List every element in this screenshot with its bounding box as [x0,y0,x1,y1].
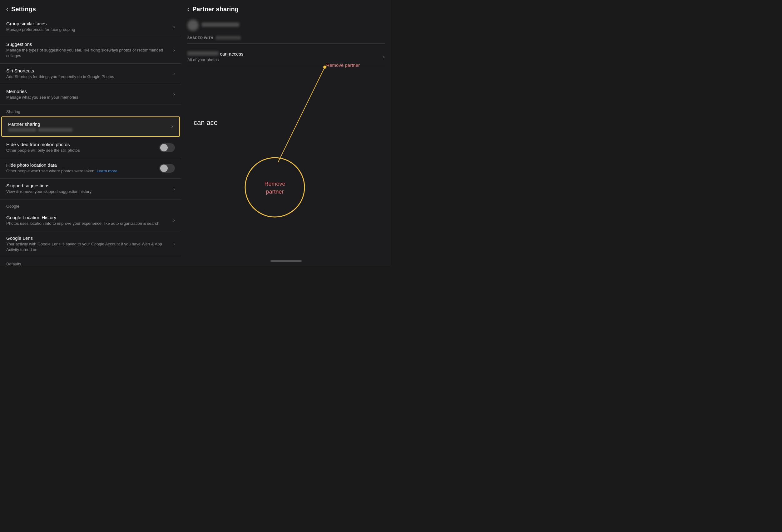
settings-item-partner-sharing[interactable]: Partner sharing › [1,116,180,137]
partner-profile-row [187,20,385,31]
home-indicator [271,260,302,262]
hide-location-toggle-knob [160,164,168,172]
partner-sharing-content: SHARED WITH can access All of your photo… [181,16,391,69]
learn-more-link[interactable]: Learn more [97,168,117,173]
hide-video-toggle-knob [160,144,168,151]
google-lens-title: Google Lens [6,235,170,241]
partner-name-access-redacted [187,51,219,55]
settings-header: ‹ Settings [0,0,181,16]
access-row[interactable]: can access All of your photos › [187,47,385,66]
skipped-suggestions-desc: View & remove your skipped suggestion hi… [6,189,170,194]
partner-sharing-panel: ‹ Partner sharing SHARED WITH can access… [181,0,391,266]
settings-list: Group similar faces Manage preferences f… [0,16,181,105]
section-label-defaults: Defaults [0,257,181,266]
hide-location-toggle[interactable] [159,164,175,173]
suggestions-chevron: › [173,47,175,53]
settings-item-memories[interactable]: Memories Manage what you see in your mem… [0,84,181,105]
memories-title: Memories [6,89,170,94]
partner-sharing-chevron: › [172,124,173,129]
can-access-partial-text: can ace [193,119,218,127]
settings-item-google-lens[interactable]: Google Lens Your activity with Google Le… [0,231,181,257]
suggestions-desc: Manage the types of suggestions you see,… [6,47,170,59]
google-location-desc: Photos uses location info to improve you… [6,221,170,226]
partner-sharing-title: Partner sharing [8,121,168,127]
google-lens-chevron: › [173,241,175,246]
settings-item-google-location[interactable]: Google Location History Photos uses loca… [0,211,181,231]
skipped-suggestions-chevron: › [173,186,175,192]
memories-desc: Manage what you see in your memories [6,94,170,100]
settings-panel: ‹ Settings Group similar faces Manage pr… [0,0,181,266]
settings-item-suggestions[interactable]: Suggestions Manage the types of suggesti… [0,37,181,63]
settings-title: Settings [11,6,36,13]
can-access-label: can access [220,51,243,56]
svg-point-2 [245,158,305,217]
partner-sharing-title: Partner sharing [192,6,239,13]
all-photos-label: All of your photos [187,58,244,62]
settings-item-siri-shortcuts[interactable]: Siri Shortcuts Add Shortcuts for things … [0,64,181,84]
group-faces-title: Group similar faces [6,21,170,26]
hide-video-toggle[interactable] [159,143,175,152]
siri-shortcuts-title: Siri Shortcuts [6,68,170,73]
settings-item-hide-location[interactable]: Hide photo location data Other people wo… [0,158,181,179]
hide-location-title: Hide photo location data [6,162,156,168]
svg-text:partner: partner [266,189,284,195]
siri-shortcuts-desc: Add Shortcuts for things you frequently … [6,74,170,80]
google-location-title: Google Location History [6,215,170,220]
shared-with-label: SHARED WITH [187,36,213,40]
section-label-sharing: Sharing [0,105,181,116]
settings-item-skipped-suggestions[interactable]: Skipped suggestions View & remove your s… [0,179,181,199]
settings-item-group-faces[interactable]: Group similar faces Manage preferences f… [0,16,181,37]
avatar [187,20,199,31]
partner-name-redacted [202,23,239,27]
section-label-google: Google [0,199,181,211]
svg-text:Remove: Remove [264,181,285,187]
group-faces-desc: Manage preferences for face grouping [6,27,170,33]
group-faces-chevron: › [173,24,175,30]
hide-video-title: Hide video from motion photos [6,142,156,147]
hide-video-desc: Other people will only see the still pho… [6,148,156,153]
settings-back-button[interactable]: ‹ [6,6,8,12]
partner-sharing-back-button[interactable]: ‹ [187,6,189,12]
skipped-suggestions-title: Skipped suggestions [6,183,170,188]
google-lens-desc: Your activity with Google Lens is saved … [6,241,170,253]
hide-location-desc: Other people won't see where photos were… [6,168,156,174]
memories-chevron: › [173,91,175,97]
settings-item-hide-video[interactable]: Hide video from motion photos Other peop… [0,137,181,158]
siri-shortcuts-chevron: › [173,71,175,76]
partner-sharing-redacted [8,128,168,132]
google-location-chevron: › [173,218,175,223]
shared-with-email-redacted [216,36,241,40]
svg-line-0 [278,67,325,162]
suggestions-title: Suggestions [6,41,170,47]
access-row-chevron: › [383,54,385,60]
partner-sharing-header: ‹ Partner sharing [181,0,391,16]
shared-with-row: SHARED WITH [187,36,385,44]
